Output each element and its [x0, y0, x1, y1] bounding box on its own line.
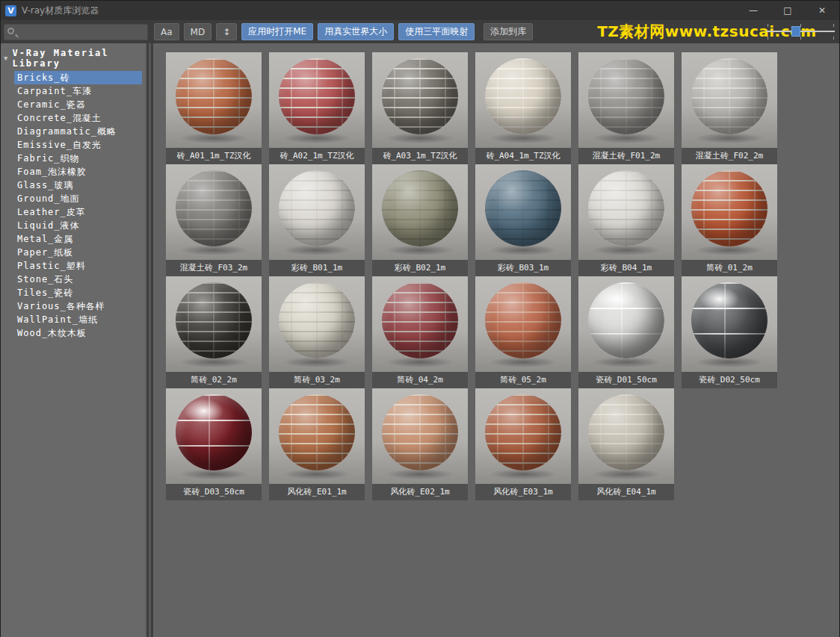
material-preview: [372, 52, 468, 148]
material-tile[interactable]: 砖_A03_1m_TZ汉化: [372, 52, 468, 164]
material-tile[interactable]: 彩砖_B01_1m: [269, 164, 365, 276]
sphere-shadow: [282, 133, 351, 143]
material-sphere: [588, 170, 664, 246]
md-filter-button[interactable]: MD: [184, 23, 212, 40]
material-sphere: [485, 170, 561, 246]
material-tile[interactable]: 砖_A04_1m_TZ汉化: [475, 52, 571, 164]
triplanar-mapping-button[interactable]: 使用三平面映射: [398, 23, 475, 40]
sphere-shadow: [386, 469, 454, 479]
material-tile[interactable]: 瓷砖_D03_50cm: [166, 388, 262, 500]
close-button[interactable]: ✕: [805, 1, 839, 20]
material-tile[interactable]: 简砖_02_2m: [166, 276, 262, 388]
material-label: 简砖_02_2m: [166, 372, 262, 388]
material-tile[interactable]: 砖_A01_1m_TZ汉化: [166, 52, 262, 164]
material-tile[interactable]: 彩砖_B04_1m: [578, 164, 674, 276]
sidebar-category-item[interactable]: Fabric_织物: [1, 152, 145, 165]
maximize-button[interactable]: □: [770, 1, 805, 20]
toolbar: AaMD↕应用时打开ME用真实世界大小使用三平面映射添加到库 TZ素材网www.…: [1, 20, 839, 43]
material-tile[interactable]: 瓷砖_D01_50cm: [578, 276, 674, 388]
sidebar-category-item[interactable]: Liquid_液体: [1, 219, 145, 232]
material-tile[interactable]: 混凝土砖_F02_2m: [682, 52, 777, 164]
material-label: 砖_A01_1m_TZ汉化: [166, 148, 262, 164]
sidebar-category-item[interactable]: Wood_木纹木板: [1, 326, 145, 340]
sidebar-category-item[interactable]: Leather_皮革: [1, 205, 145, 219]
material-preview: [166, 164, 262, 260]
material-tile[interactable]: 砖_A02_1m_TZ汉化: [269, 52, 365, 164]
material-preview: [166, 276, 262, 372]
material-preview: [372, 388, 468, 484]
sidebar-category-item[interactable]: Carpaint_车漆: [1, 84, 145, 98]
sidebar-category-item[interactable]: Concrete_混凝土: [1, 111, 145, 125]
material-preview: [475, 52, 571, 148]
sort-direction-button[interactable]: ↕: [216, 23, 237, 40]
match-case-button[interactable]: Aa: [154, 23, 179, 40]
material-sphere: [382, 394, 458, 470]
titlebar: V V-ray材质库浏览器 — □ ✕: [1, 1, 839, 20]
sphere-shadow: [695, 133, 764, 143]
sidebar-splitter[interactable]: [145, 43, 154, 637]
material-tile[interactable]: 简砖_01_2m: [682, 164, 777, 276]
material-sphere: [691, 58, 768, 134]
material-label: 瓷砖_D03_50cm: [166, 484, 262, 500]
open-me-on-apply-button[interactable]: 应用时打开ME: [241, 23, 313, 40]
window-title: V-ray材质库浏览器: [22, 4, 99, 17]
tree-root[interactable]: ▼ V-Ray Material Library: [1, 46, 145, 71]
material-tile[interactable]: 彩砖_B02_1m: [372, 164, 468, 276]
material-label: 砖_A02_1m_TZ汉化: [269, 148, 365, 164]
sidebar-category-item[interactable]: Glass_玻璃: [1, 178, 145, 192]
material-label: 砖_A03_1m_TZ汉化: [372, 148, 468, 164]
sidebar-category-item[interactable]: Emissive_自发光: [1, 138, 145, 152]
slider-handle[interactable]: [791, 26, 800, 37]
sphere-shadow: [489, 245, 558, 255]
material-tile[interactable]: 简砖_04_2m: [372, 276, 468, 388]
sidebar-category-item[interactable]: Metal_金属: [1, 232, 145, 246]
material-tile[interactable]: 风化砖_E02_1m: [372, 388, 468, 500]
sphere-shadow: [695, 245, 764, 255]
add-to-library-button[interactable]: 添加到库: [484, 23, 533, 40]
sidebar-category-item[interactable]: Various_各种各样: [1, 299, 145, 313]
sphere-shadow: [489, 133, 558, 143]
thumbnail-size-slider[interactable]: [766, 25, 835, 39]
material-preview: [475, 164, 571, 260]
material-sphere: [382, 282, 458, 358]
sidebar-category-item[interactable]: Plastic_塑料: [1, 259, 145, 273]
material-preview: [682, 52, 777, 148]
material-tile[interactable]: 混凝土砖_F01_2m: [578, 52, 674, 164]
material-tile[interactable]: 简砖_05_2m: [475, 276, 571, 388]
material-tile[interactable]: 瓷砖_D02_50cm: [682, 276, 777, 388]
material-tile[interactable]: 风化砖_E01_1m: [269, 388, 365, 500]
sidebar-category-item[interactable]: Foam_泡沫橡胶: [1, 165, 145, 178]
sidebar-category-item[interactable]: WallPaint_墙纸: [1, 313, 145, 326]
real-world-size-button[interactable]: 用真实世界大小: [318, 23, 394, 40]
category-sidebar: ▼ V-Ray Material Library Bricks_砖Carpain…: [1, 43, 145, 637]
material-label: 简砖_05_2m: [475, 372, 571, 388]
sidebar-category-item[interactable]: Ceramic_瓷器: [1, 98, 145, 111]
material-sphere: [176, 282, 252, 358]
vray-material-browser-window: V V-ray材质库浏览器 — □ ✕ AaMD↕应用时打开ME用真实世界大小使…: [0, 0, 840, 637]
sidebar-category-item[interactable]: Diagrammatic_概略: [1, 125, 145, 138]
material-preview: [682, 164, 777, 260]
material-tile[interactable]: 简砖_03_2m: [269, 276, 365, 388]
material-label: 彩砖_B03_1m: [475, 260, 571, 276]
material-tile[interactable]: 彩砖_B03_1m: [475, 164, 571, 276]
material-label: 简砖_01_2m: [682, 260, 777, 276]
material-tile[interactable]: 风化砖_E04_1m: [578, 388, 674, 500]
sidebar-category-item[interactable]: Ground_地面: [1, 192, 145, 205]
sidebar-category-item[interactable]: Paper_纸板: [1, 246, 145, 259]
search-input[interactable]: [4, 24, 148, 40]
sidebar-category-item[interactable]: Bricks_砖: [14, 71, 142, 84]
material-sphere: [176, 394, 252, 470]
material-preview: [166, 52, 262, 148]
material-tile[interactable]: 风化砖_E03_1m: [475, 388, 571, 500]
material-tile[interactable]: 混凝土砖_F03_2m: [166, 164, 262, 276]
sidebar-category-item[interactable]: Stone_石头: [1, 273, 145, 286]
sphere-shadow: [386, 357, 454, 367]
sphere-shadow: [592, 469, 661, 479]
material-label: 风化砖_E03_1m: [475, 484, 571, 500]
sidebar-category-item[interactable]: Tiles_瓷砖: [1, 286, 145, 299]
sphere-shadow: [282, 469, 351, 479]
minimize-button[interactable]: —: [736, 1, 770, 20]
material-sphere: [176, 58, 252, 134]
material-preview: [682, 276, 777, 372]
collapse-arrow-icon[interactable]: ▼: [4, 55, 9, 62]
